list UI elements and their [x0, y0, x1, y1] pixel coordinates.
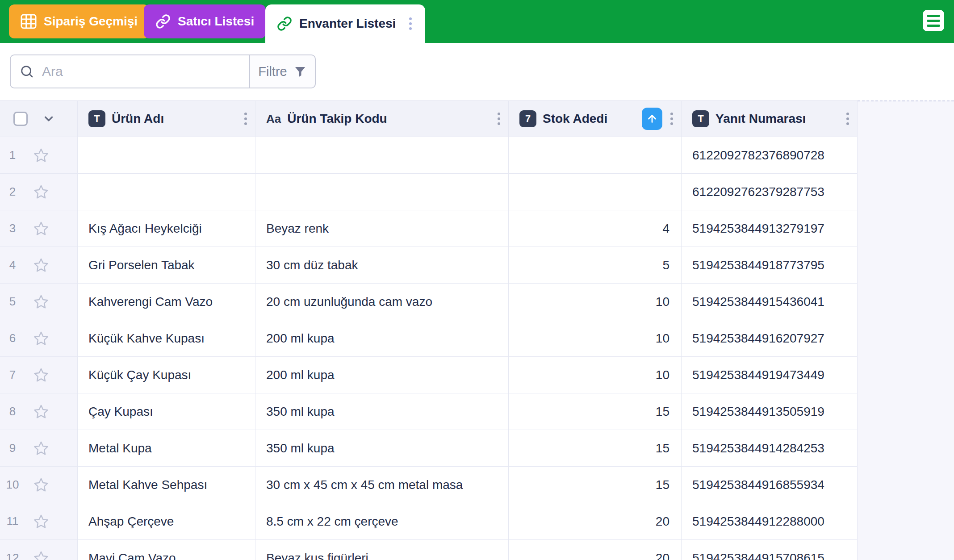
search-box[interactable] [10, 54, 250, 88]
hamburger-menu-button[interactable] [923, 10, 944, 31]
tab-siparis-gecmisi[interactable]: Sipariş Geçmişi [9, 4, 149, 38]
cell-urun-takip-kodu[interactable]: 350 ml kupa [255, 393, 509, 430]
cell-urun-takip-kodu[interactable]: 8.5 cm x 22 cm çerçeve [255, 503, 509, 539]
cell-urun-adi[interactable]: Mavi Cam Vazo [78, 540, 255, 560]
cell-yanit-numarasi[interactable]: 5194253844915436041 [682, 284, 858, 320]
row-select-cell[interactable]: 7 [0, 357, 78, 393]
cell-urun-adi[interactable]: Kış Ağacı Heykelciği [78, 210, 255, 247]
row-select-cell[interactable]: 11 [0, 503, 78, 539]
cell-urun-takip-kodu[interactable]: 30 cm x 45 cm x 45 cm metal masa [255, 467, 509, 503]
number-field-icon: 7 [519, 110, 536, 127]
cell-urun-adi[interactable]: Küçük Çay Kupası [78, 357, 255, 393]
cell-stok-adedi[interactable]: 4 [509, 210, 682, 247]
tab-menu-dots-icon[interactable] [407, 16, 414, 32]
column-menu-dots-icon[interactable] [243, 111, 249, 127]
star-icon[interactable] [33, 257, 49, 273]
table-row: 10 Metal Kahve Sehpası 30 cm x 45 cm x 4… [0, 467, 858, 503]
cell-urun-adi[interactable] [78, 137, 255, 173]
sort-ascending-button[interactable] [642, 108, 662, 130]
column-header-urun-takip-kodu[interactable]: Aa Ürün Takip Kodu [255, 101, 509, 137]
row-select-cell[interactable]: 6 [0, 320, 78, 356]
star-icon[interactable] [33, 514, 49, 530]
column-header-stok-adedi[interactable]: 7 Stok Adedi [509, 101, 682, 137]
tab-satici-listesi[interactable]: Satıcı Listesi [144, 4, 266, 38]
cell-urun-adi[interactable]: Ahşap Çerçeve [78, 503, 255, 539]
cell-urun-adi[interactable]: Metal Kupa [78, 430, 255, 466]
cell-stok-adedi[interactable]: 20 [509, 503, 682, 539]
cell-stok-adedi[interactable]: 5 [509, 247, 682, 283]
cell-yanit-numarasi[interactable]: 5194253844915708615 [682, 540, 858, 560]
star-icon[interactable] [33, 477, 49, 493]
table-row: 12 Mavi Cam Vazo Beyaz kuş figürleri 20 … [0, 540, 858, 560]
cell-yanit-numarasi[interactable]: 5194253844913279197 [682, 210, 858, 247]
cell-yanit-numarasi[interactable]: 6122092762379287753 [682, 174, 858, 210]
row-select-cell[interactable]: 2 [0, 174, 78, 210]
cell-yanit-numarasi[interactable]: 5194253844912288000 [682, 503, 858, 539]
cell-urun-adi[interactable]: Küçük Kahve Kupası [78, 320, 255, 356]
cell-urun-adi[interactable]: Kahverengi Cam Vazo [78, 284, 255, 320]
star-icon[interactable] [33, 184, 49, 200]
cell-stok-adedi[interactable]: 10 [509, 320, 682, 356]
cell-urun-takip-kodu[interactable]: 200 ml kupa [255, 357, 509, 393]
cell-urun-takip-kodu[interactable]: Beyaz renk [255, 210, 509, 247]
cell-stok-adedi[interactable]: 15 [509, 430, 682, 466]
tab-envanter-listesi[interactable]: Envanter Listesi [265, 4, 425, 43]
column-menu-dots-icon[interactable] [845, 111, 851, 127]
row-number: 7 [0, 368, 25, 382]
column-header-urun-adi[interactable]: T Ürün Adı [78, 101, 255, 137]
star-icon[interactable] [33, 294, 49, 310]
cell-urun-takip-kodu[interactable]: 350 ml kupa [255, 430, 509, 466]
star-icon[interactable] [33, 330, 49, 347]
text-style-icon: Aa [266, 112, 281, 126]
star-icon[interactable] [33, 147, 49, 163]
cell-stok-adedi[interactable] [509, 137, 682, 173]
cell-urun-takip-kodu[interactable]: 30 cm düz tabak [255, 247, 509, 283]
cell-yanit-numarasi[interactable]: 5194253844916855934 [682, 467, 858, 503]
cell-yanit-numarasi[interactable]: 5194253844913505919 [682, 393, 858, 430]
cell-urun-takip-kodu[interactable]: Beyaz kuş figürleri [255, 540, 509, 560]
filter-button[interactable]: Filtre [250, 54, 316, 88]
star-icon[interactable] [33, 221, 49, 237]
table-row: 6 Küçük Kahve Kupası 200 ml kupa 10 5194… [0, 320, 858, 357]
row-select-cell[interactable]: 10 [0, 467, 78, 503]
row-select-cell[interactable]: 1 [0, 137, 78, 173]
star-icon[interactable] [33, 550, 49, 560]
cell-urun-takip-kodu[interactable] [255, 174, 509, 210]
row-select-cell[interactable]: 5 [0, 284, 78, 320]
column-header-yanit-numarasi[interactable]: T Yanıt Numarası [682, 101, 858, 137]
star-icon[interactable] [33, 404, 49, 420]
row-select-cell[interactable]: 4 [0, 247, 78, 283]
cell-stok-adedi[interactable]: 15 [509, 393, 682, 430]
column-menu-dots-icon[interactable] [669, 111, 675, 127]
table-row: 5 Kahverengi Cam Vazo 20 cm uzunluğunda … [0, 284, 858, 320]
cell-yanit-numarasi[interactable]: 5194253844918773795 [682, 247, 858, 283]
cell-urun-adi[interactable]: Gri Porselen Tabak [78, 247, 255, 283]
cell-yanit-numarasi[interactable]: 6122092782376890728 [682, 137, 858, 173]
arrow-up-icon [646, 113, 658, 125]
cell-urun-adi[interactable]: Metal Kahve Sehpası [78, 467, 255, 503]
cell-urun-adi[interactable]: Çay Kupası [78, 393, 255, 430]
cell-yanit-numarasi[interactable]: 5194253844919473449 [682, 357, 858, 393]
select-all-checkbox[interactable] [13, 112, 28, 126]
column-menu-dots-icon[interactable] [496, 111, 502, 127]
cell-urun-takip-kodu[interactable]: 200 ml kupa [255, 320, 509, 356]
header-select-cell [0, 101, 78, 137]
cell-stok-adedi[interactable]: 10 [509, 357, 682, 393]
cell-yanit-numarasi[interactable]: 5194253844916207927 [682, 320, 858, 356]
cell-stok-adedi[interactable]: 20 [509, 540, 682, 560]
search-input[interactable] [42, 64, 240, 79]
row-select-cell[interactable]: 9 [0, 430, 78, 466]
cell-urun-adi[interactable] [78, 174, 255, 210]
star-icon[interactable] [33, 440, 49, 456]
cell-stok-adedi[interactable]: 15 [509, 467, 682, 503]
row-select-cell[interactable]: 12 [0, 540, 78, 560]
row-select-cell[interactable]: 3 [0, 210, 78, 247]
row-select-cell[interactable]: 8 [0, 393, 78, 430]
cell-urun-takip-kodu[interactable] [255, 137, 509, 173]
cell-yanit-numarasi[interactable]: 5194253844914284253 [682, 430, 858, 466]
chevron-down-icon[interactable] [42, 112, 55, 125]
cell-urun-takip-kodu[interactable]: 20 cm uzunluğunda cam vazo [255, 284, 509, 320]
cell-stok-adedi[interactable] [509, 174, 682, 210]
star-icon[interactable] [33, 367, 49, 383]
cell-stok-adedi[interactable]: 10 [509, 284, 682, 320]
